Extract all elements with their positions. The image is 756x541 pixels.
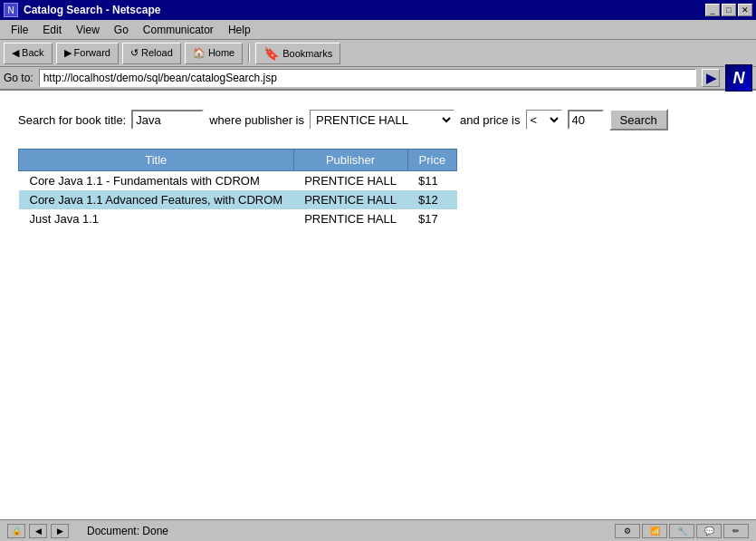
menu-help[interactable]: Help bbox=[221, 22, 258, 38]
toolbar: ◀ Back ▶ Forward ↺ Reload 🏠 Home 🔖 Bookm… bbox=[0, 40, 756, 67]
status-icons-left: 🔒 ◀ ▶ bbox=[7, 524, 69, 538]
close-button[interactable]: ✕ bbox=[738, 4, 752, 16]
status-forward-icon: ▶ bbox=[51, 524, 69, 538]
menu-view[interactable]: View bbox=[69, 22, 107, 38]
where-publisher-label: where publisher is bbox=[209, 113, 304, 127]
window-title: Catalog Search - Netscape bbox=[24, 4, 160, 16]
search-button[interactable]: Search bbox=[609, 109, 668, 130]
bookmarks-label: Bookmarks bbox=[282, 48, 332, 59]
col-header-title: Title bbox=[19, 150, 294, 171]
maximize-button[interactable]: □ bbox=[722, 4, 736, 16]
content-area: Search for book title: where publisher i… bbox=[0, 91, 756, 519]
cell-price: $17 bbox=[407, 209, 457, 228]
search-form: Search for book title: where publisher i… bbox=[18, 109, 738, 130]
cell-title: Core Java 1.1 - Fundamentals with CDROM bbox=[19, 171, 294, 191]
col-header-publisher: Publisher bbox=[293, 150, 407, 171]
bookmarks-btn[interactable]: 🔖 Bookmarks bbox=[255, 43, 340, 64]
menu-go[interactable]: Go bbox=[107, 22, 136, 38]
results-table: Title Publisher Price Core Java 1.1 - Fu… bbox=[18, 149, 457, 228]
location-go-icon[interactable]: ▶ bbox=[702, 69, 720, 87]
search-label-prefix: Search for book title: bbox=[18, 113, 126, 127]
price-input[interactable] bbox=[568, 110, 604, 130]
toolbar-separator bbox=[248, 44, 250, 63]
cell-price: $11 bbox=[407, 171, 457, 191]
goto-label: Go to: bbox=[4, 72, 33, 84]
title-bar-buttons: _ □ ✕ bbox=[705, 4, 752, 16]
back-button[interactable]: ◀ Back bbox=[4, 43, 53, 64]
publisher-select[interactable]: PRENTICE HALL ADDISON WESLEY O'REILLY WI… bbox=[310, 110, 455, 130]
menu-communicator[interactable]: Communicator bbox=[136, 22, 221, 38]
status-icon-5: ✏ bbox=[723, 524, 749, 538]
home-button[interactable]: 🏠 Home bbox=[185, 43, 243, 64]
table-header-row: Title Publisher Price bbox=[19, 150, 457, 171]
bookmarks-icon: 🔖 bbox=[263, 46, 279, 61]
cell-publisher: PRENTICE HALL bbox=[293, 209, 407, 228]
status-icon-4: 💬 bbox=[696, 524, 722, 538]
status-bar: 🔒 ◀ ▶ Document: Done ⚙ 📶 🔧 💬 ✏ bbox=[0, 519, 756, 541]
status-right-icons: ⚙ 📶 🔧 💬 ✏ bbox=[615, 524, 749, 538]
cell-price: $12 bbox=[407, 190, 457, 209]
book-title-input[interactable] bbox=[131, 110, 204, 130]
cell-publisher: PRENTICE HALL bbox=[293, 190, 407, 209]
cell-title: Just Java 1.1 bbox=[19, 209, 294, 228]
table-row: Core Java 1.1 - Fundamentals with CDROMP… bbox=[19, 171, 457, 191]
menu-file[interactable]: File bbox=[4, 22, 35, 38]
url-input[interactable] bbox=[39, 69, 696, 87]
netscape-logo: N bbox=[725, 64, 752, 92]
status-lock-icon: 🔒 bbox=[7, 524, 25, 538]
title-bar: N Catalog Search - Netscape _ □ ✕ bbox=[0, 0, 756, 20]
status-icon-1: ⚙ bbox=[615, 524, 640, 538]
cell-title: Core Java 1.1 Advanced Features, with CD… bbox=[19, 190, 294, 209]
location-bar: Go to: ▶ N bbox=[0, 67, 756, 91]
menu-bar: File Edit View Go Communicator Help bbox=[0, 20, 756, 40]
title-bar-left: N Catalog Search - Netscape bbox=[4, 3, 160, 17]
table-row: Just Java 1.1PRENTICE HALL$17 bbox=[19, 209, 457, 228]
app-icon: N bbox=[4, 3, 18, 17]
col-header-price: Price bbox=[407, 150, 457, 171]
table-row: Core Java 1.1 Advanced Features, with CD… bbox=[19, 190, 457, 209]
status-icon-2: 📶 bbox=[642, 524, 667, 538]
menu-edit[interactable]: Edit bbox=[35, 22, 69, 38]
forward-button[interactable]: ▶ Forward bbox=[56, 43, 119, 64]
cell-publisher: PRENTICE HALL bbox=[293, 171, 407, 191]
minimize-button[interactable]: _ bbox=[705, 4, 720, 16]
status-text: Document: Done bbox=[83, 525, 608, 537]
status-arrow-icon: ◀ bbox=[29, 524, 47, 538]
and-price-label: and price is bbox=[460, 113, 520, 127]
status-icon-3: 🔧 bbox=[669, 524, 694, 538]
reload-button[interactable]: ↺ Reload bbox=[122, 43, 181, 64]
price-compare-select[interactable]: < > = <= >= bbox=[526, 110, 562, 130]
